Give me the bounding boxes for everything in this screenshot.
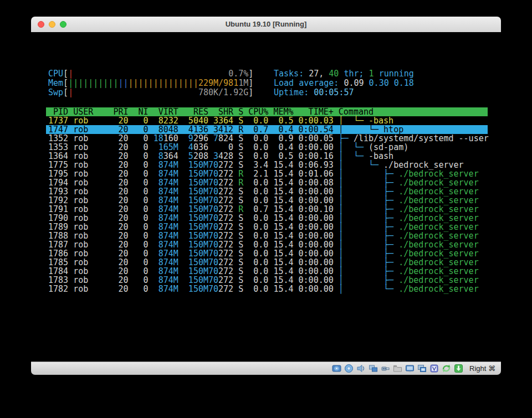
process-row[interactable]: 1787 rob 20 0 874M 150M70272 S 0.0 15.4 … — [46, 240, 488, 249]
swp-bar-used: | — [68, 87, 73, 97]
process-row[interactable]: 1790 rob 20 0 874M 150M70272 S 0.0 15.4 … — [46, 214, 488, 223]
virtualbox-window: Ubuntu 19.10 [Running] CPU[| 0.7%]Mem[||… — [31, 17, 501, 375]
vm-screen: CPU[| 0.7%]Mem[|||||||||||||||||||||||||… — [31, 32, 501, 362]
window-title: Ubuntu 19.10 [Running] — [31, 20, 501, 28]
process-row[interactable]: 1747 rob 20 0 8048 4136 3412 R 0.7 0.4 0… — [46, 125, 488, 134]
tasks-summary: Tasks: 27, 40 thr; 1 running — [272, 69, 488, 79]
process-command: ./bedrock_server — [398, 284, 479, 294]
mem-meter-total: 1M — [238, 78, 248, 88]
mem-meter-value: 229M/981 — [198, 78, 238, 88]
usb-icon[interactable] — [381, 364, 390, 373]
uptime: Uptime: 00:05:57 — [272, 88, 488, 97]
mem-bar-buffers: || — [118, 78, 128, 88]
process-row[interactable]: 1795 rob 20 0 874M 150M70272 R 2.1 15.4 … — [46, 169, 488, 178]
mem-bar-cache: |||||||||||||| — [129, 78, 198, 88]
cpu-meter-value: 0.7% — [228, 69, 248, 79]
process-row[interactable]: 1784 rob 20 0 874M 150M70272 S 0.0 15.4 … — [46, 267, 488, 276]
process-row[interactable]: 1353 rob 20 0 165M 4036 0 S 0.0 0.4 0:00… — [46, 143, 488, 152]
process-row[interactable]: 1783 rob 20 0 874M 150M70272 S 0.0 15.4 … — [46, 276, 488, 285]
meter-bracket: ] — [248, 78, 253, 88]
display-icon[interactable] — [405, 364, 415, 373]
swp-meter-value: 780K/1.92G — [198, 87, 248, 97]
process-row[interactable]: 1782 rob 20 0 874M 150M70272 S 0.0 15.4 … — [46, 285, 488, 293]
network-icon[interactable] — [369, 364, 378, 373]
table-header-row[interactable]: PID USER PRI NI VIRT RES SHR S CPU% MEM%… — [46, 107, 488, 116]
process-row[interactable]: 1794 rob 20 0 874M 150M70272 R 0.0 15.4 … — [46, 178, 488, 187]
mouse-integration-icon[interactable] — [442, 364, 451, 373]
process-row[interactable]: 1352 rob 20 0 18160 9296 7824 S 0.0 0.9 … — [46, 134, 488, 143]
process-fields: 1782 rob 20 0 — [48, 284, 154, 294]
vbox-status-bar: Right ⌘ — [31, 362, 501, 375]
keyboard-capture-icon[interactable] — [454, 364, 463, 373]
htop-terminal[interactable]: CPU[| 0.7%]Mem[|||||||||||||||||||||||||… — [46, 32, 488, 362]
process-row[interactable]: 1789 rob 20 0 874M 150M70272 S 0.0 15.4 … — [46, 223, 488, 231]
cpu-bar-used: | — [68, 69, 73, 79]
load-average: Load average: 0.09 0.30 0.18 — [272, 79, 488, 88]
meter-label: Mem — [48, 78, 63, 88]
process-row[interactable]: 1786 rob 20 0 874M 150M70272 S 0.0 15.4 … — [46, 249, 488, 258]
host-key-indicator: Right ⌘ — [469, 364, 495, 373]
process-row[interactable]: 1785 rob 20 0 874M 150M70272 S 0.0 15.4 … — [46, 258, 488, 267]
process-row[interactable]: 1792 rob 20 0 874M 150M70272 S 0.0 15.4 … — [46, 196, 488, 205]
hard-disk-icon[interactable] — [332, 364, 341, 373]
meter-bracket: [ — [63, 69, 68, 79]
process-row[interactable]: 1364 rob 20 0 8364 5208 3428 S 0.0 0.5 0… — [46, 152, 488, 161]
process-row[interactable]: 1793 rob 20 0 874M 150M70272 S 0.0 15.4 … — [46, 187, 488, 196]
features-icon[interactable] — [429, 364, 439, 373]
meter-bracket: [ — [63, 87, 68, 97]
process-row[interactable]: 1788 rob 20 0 874M 150M70272 S 0.0 15.4 … — [46, 231, 488, 240]
meter-bracket: ] — [248, 87, 253, 97]
recording-icon[interactable] — [417, 364, 427, 373]
process-state: S — [233, 284, 243, 294]
meter-label: Swp — [48, 87, 63, 97]
shared-folders-icon[interactable] — [393, 364, 402, 373]
optical-disc-icon[interactable] — [344, 364, 354, 373]
process-row[interactable]: 1775 rob 20 0 874M 150M70272 S 3.4 15.4 … — [46, 161, 488, 169]
process-row[interactable]: 1791 rob 20 0 874M 150M70272 R 0.7 15.4 … — [46, 205, 488, 214]
window-titlebar[interactable]: Ubuntu 19.10 [Running] — [31, 17, 501, 33]
meter-label: CPU — [48, 69, 63, 79]
meter-bracket: [ — [63, 78, 68, 88]
tree-branch: │ └─ — [339, 284, 398, 294]
audio-icon[interactable] — [356, 364, 366, 373]
meter-bracket: ] — [248, 69, 253, 79]
mem-bar-used: |||||||||| — [68, 78, 118, 88]
process-row[interactable]: 1737 rob 20 0 8232 5040 3364 S 0.0 0.5 0… — [46, 116, 488, 125]
